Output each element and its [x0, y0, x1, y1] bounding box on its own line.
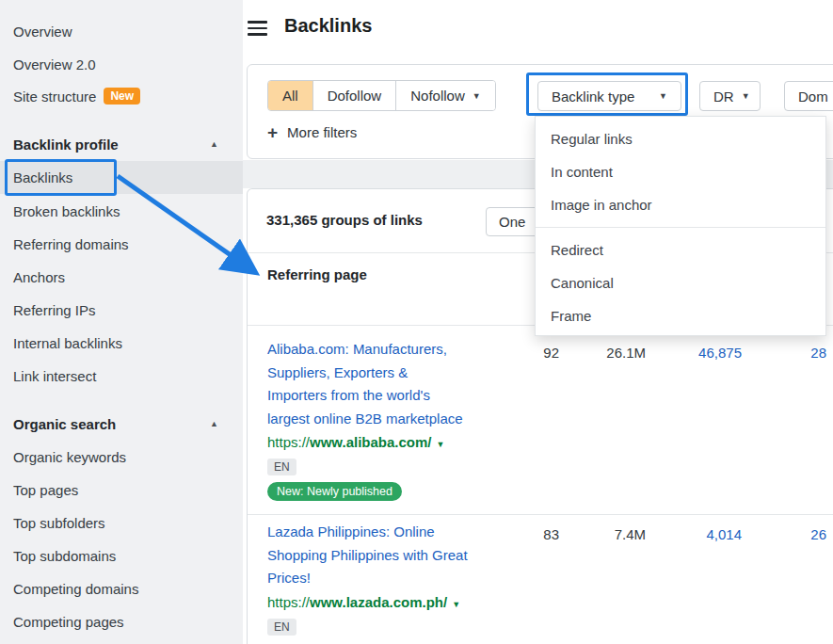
- more-filters-button[interactable]: More filters: [267, 118, 357, 146]
- referring-page-url[interactable]: https://www.alibaba.com/: [267, 434, 444, 450]
- plus-icon: [267, 123, 278, 141]
- stat-link[interactable]: 4,014: [663, 526, 742, 542]
- backlink-type-label: Backlink type: [552, 89, 634, 105]
- stat-link[interactable]: 46,875: [663, 345, 742, 361]
- chevron-down-icon: [742, 91, 750, 101]
- domain-label: Dom: [798, 89, 828, 105]
- sidebar-item-organic-keywords[interactable]: Organic keywords: [0, 441, 243, 474]
- domain-dropdown-button[interactable]: Dom: [784, 81, 833, 111]
- newly-published-badge: New: Newly published: [267, 482, 402, 501]
- chevron-down-icon: [473, 91, 481, 101]
- divider: [248, 514, 833, 515]
- new-badge: New: [104, 88, 140, 105]
- sidebar-item-top-subdomains[interactable]: Top subdomains: [0, 539, 243, 572]
- stat-value: 83: [499, 526, 559, 542]
- url-domain: www.lazada.com.ph/: [310, 594, 447, 610]
- sidebar-item-anchors[interactable]: Anchors: [0, 261, 243, 294]
- column-header-referring-page[interactable]: Referring page: [267, 266, 367, 282]
- stat-link[interactable]: 26: [766, 526, 826, 542]
- chevron-down-icon[interactable]: [452, 600, 460, 609]
- menu-item-in-content[interactable]: In content: [536, 155, 825, 188]
- more-filters-label: More filters: [287, 124, 357, 140]
- stat-value: 7.4M: [585, 526, 646, 542]
- url-scheme: https://: [267, 434, 310, 450]
- url-domain: www.alibaba.com/: [310, 434, 431, 450]
- sidebar-item-top-subfolders[interactable]: Top subfolders: [0, 507, 243, 539]
- sidebar-section-label: Backlink profile: [13, 137, 119, 153]
- menu-item-regular-links[interactable]: Regular links: [536, 122, 825, 155]
- sidebar-item-competing-domains[interactable]: Competing domains: [0, 572, 243, 605]
- backlink-type-menu: Regular links In content Image in anchor…: [535, 116, 826, 336]
- groups-count-summary: 331,365 groups of links: [266, 212, 423, 228]
- filter-nofollow-button[interactable]: Nofollow: [395, 81, 494, 110]
- sidebar-item-site-structure[interactable]: Site structureNew: [0, 80, 243, 113]
- sidebar-item-referring-ips[interactable]: Referring IPs: [0, 294, 243, 327]
- filter-nofollow-label: Nofollow: [410, 88, 465, 104]
- url-scheme: https://: [267, 594, 310, 610]
- sidebar-item-link-intersect[interactable]: Link intersect: [0, 360, 243, 393]
- dr-dropdown-button[interactable]: DR: [699, 81, 761, 111]
- menu-item-frame[interactable]: Frame: [536, 299, 825, 332]
- language-badge: EN: [267, 459, 296, 475]
- sidebar-item-competing-pages[interactable]: Competing pages: [0, 605, 243, 638]
- menu-divider: [536, 227, 825, 228]
- sidebar: Overview Overview 2.0 Site structureNew …: [0, 0, 243, 644]
- sidebar-section-label: Organic search: [13, 416, 116, 432]
- sidebar-item-backlinks[interactable]: Backlinks: [0, 161, 243, 194]
- sidebar-item-label: Site structure: [13, 89, 96, 105]
- follow-segmented-control: All Dofollow Nofollow: [267, 80, 496, 111]
- stat-link[interactable]: 28: [766, 345, 826, 361]
- sidebar-section-organic-search[interactable]: Organic search: [0, 408, 243, 441]
- hamburger-menu-icon[interactable]: [248, 21, 267, 36]
- filter-all-button[interactable]: All: [268, 81, 312, 110]
- language-badge: EN: [267, 619, 296, 636]
- menu-item-canonical[interactable]: Canonical: [536, 266, 825, 299]
- chevron-up-icon: [210, 408, 218, 441]
- sidebar-item-broken-backlinks[interactable]: Broken backlinks: [0, 195, 243, 228]
- chevron-down-icon[interactable]: [437, 440, 445, 449]
- chevron-down-icon: [659, 91, 667, 101]
- page-title: Backlinks: [284, 15, 372, 37]
- sidebar-section-backlink-profile[interactable]: Backlink profile: [0, 128, 243, 161]
- filter-dofollow-button[interactable]: Dofollow: [312, 81, 396, 110]
- stat-value: 26.1M: [585, 345, 646, 361]
- menu-item-image-in-anchor[interactable]: Image in anchor: [536, 188, 825, 221]
- menu-item-redirect[interactable]: Redirect: [536, 233, 825, 266]
- sidebar-item-internal-backlinks[interactable]: Internal backlinks: [0, 327, 243, 360]
- backlinks-report-page: Overview Overview 2.0 Site structureNew …: [0, 0, 833, 644]
- sidebar-item-overview-2[interactable]: Overview 2.0: [0, 48, 243, 81]
- sidebar-item-overview[interactable]: Overview: [0, 15, 243, 48]
- sidebar-item-referring-domains[interactable]: Referring domains: [0, 228, 243, 261]
- chevron-up-icon: [210, 128, 218, 161]
- sidebar-item-top-pages[interactable]: Top pages: [0, 474, 243, 507]
- stat-value: 92: [499, 345, 559, 361]
- dr-label: DR: [713, 89, 734, 105]
- referring-page-title-link[interactable]: Alibaba.com: Manufacturers, Suppliers, E…: [267, 338, 536, 430]
- referring-page-url[interactable]: https://www.lazada.com.ph/: [267, 594, 460, 610]
- backlink-type-dropdown-button[interactable]: Backlink type: [537, 81, 681, 111]
